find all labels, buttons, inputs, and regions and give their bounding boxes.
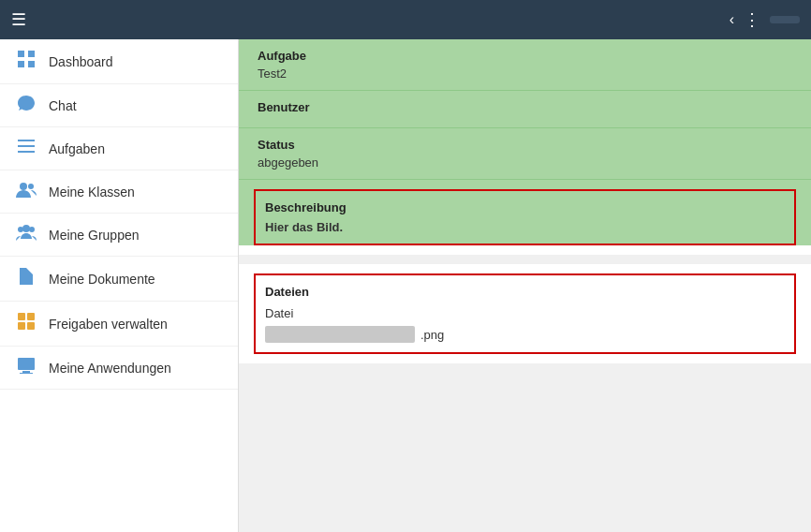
files-box: Dateien Datei .png: [254, 273, 796, 354]
status-value: abgegeben: [258, 155, 792, 170]
svg-rect-12: [18, 313, 25, 320]
svg-rect-15: [27, 322, 35, 330]
svg-rect-5: [18, 145, 35, 147]
aufgabe-row: Aufgabe Test2: [239, 39, 811, 91]
svg-point-7: [20, 183, 27, 190]
datei-label: Datei: [265, 306, 785, 320]
benutzer-row: Benutzer: [239, 91, 811, 128]
svg-rect-18: [20, 373, 33, 374]
meine-dokumente-icon: [15, 267, 37, 290]
beschreibung-label: Beschreibung: [265, 200, 785, 214]
sidebar-label-dashboard: Dashboard: [49, 54, 113, 69]
meine-anwendungen-icon: [15, 357, 37, 378]
sidebar: Dashboard Chat Aufgaben Meine Klassen Me…: [0, 39, 239, 532]
main-layout: Dashboard Chat Aufgaben Meine Klassen Me…: [0, 39, 811, 532]
meine-klassen-icon: [15, 181, 37, 202]
topbar: ☰ ‹ ⋮: [0, 0, 811, 39]
sidebar-label-meine-gruppen: Meine Gruppen: [49, 228, 140, 243]
sidebar-item-meine-anwendungen[interactable]: Meine Anwendungen: [0, 347, 238, 390]
freigaben-icon: [15, 312, 37, 335]
hamburger-icon[interactable]: ☰: [11, 9, 26, 30]
status-row: Status abgegeben: [239, 128, 811, 180]
svg-point-10: [22, 225, 30, 232]
sidebar-label-aufgaben: Aufgaben: [49, 141, 105, 156]
sidebar-item-freigaben[interactable]: Freigaben verwalten: [0, 302, 238, 347]
sidebar-item-meine-dokumente[interactable]: Meine Dokumente: [0, 257, 238, 302]
svg-rect-13: [27, 313, 35, 320]
sidebar-item-meine-gruppen[interactable]: Meine Gruppen: [0, 214, 238, 257]
svg-rect-2: [18, 61, 24, 67]
sidebar-label-meine-klassen: Meine Klassen: [49, 185, 135, 200]
svg-rect-16: [18, 358, 35, 370]
files-section: Dateien Datei .png: [239, 264, 811, 363]
svg-rect-14: [18, 322, 25, 330]
topbar-left: ☰: [11, 9, 26, 30]
svg-rect-4: [18, 140, 35, 141]
file-row: .png: [265, 326, 785, 343]
svg-rect-6: [18, 151, 35, 153]
meine-gruppen-icon: [15, 224, 37, 245]
beschreibung-box: Beschreibung Hier das Bild.: [254, 189, 796, 245]
sidebar-label-chat: Chat: [49, 98, 77, 113]
sidebar-item-chat[interactable]: Chat: [0, 84, 238, 127]
spacer: [239, 255, 811, 264]
sidebar-item-dashboard[interactable]: Dashboard: [0, 39, 238, 84]
svg-rect-1: [28, 51, 35, 57]
sidebar-label-meine-anwendungen: Meine Anwendungen: [49, 361, 171, 376]
user-box: [770, 16, 800, 23]
more-options-icon[interactable]: ⋮: [744, 9, 760, 30]
file-bar: [265, 326, 415, 343]
sidebar-label-freigaben: Freigaben verwalten: [49, 317, 168, 332]
svg-rect-17: [22, 371, 30, 373]
detail-section: Aufgabe Test2 Benutzer Status abgegeben …: [239, 39, 811, 245]
back-icon[interactable]: ‹: [730, 11, 734, 28]
benutzer-label: Benutzer: [258, 100, 792, 114]
status-label: Status: [258, 138, 792, 152]
files-section-label: Dateien: [265, 285, 785, 299]
beschreibung-value: Hier das Bild.: [265, 220, 785, 234]
svg-point-8: [28, 184, 34, 189]
dashboard-icon: [15, 50, 37, 73]
aufgaben-icon: [15, 138, 37, 159]
sidebar-item-meine-klassen[interactable]: Meine Klassen: [0, 170, 238, 214]
sidebar-item-aufgaben[interactable]: Aufgaben: [0, 127, 238, 170]
file-extension: .png: [420, 328, 444, 342]
svg-rect-3: [28, 61, 35, 67]
content-inner: Aufgabe Test2 Benutzer Status abgegeben …: [239, 39, 811, 363]
topbar-right: ‹ ⋮: [730, 9, 800, 30]
svg-point-11: [29, 227, 35, 232]
aufgabe-value: Test2: [258, 66, 792, 81]
svg-point-9: [18, 227, 23, 232]
aufgabe-label: Aufgabe: [258, 49, 792, 63]
chat-icon: [15, 95, 37, 116]
sidebar-label-meine-dokumente: Meine Dokumente: [49, 272, 155, 287]
svg-rect-0: [18, 51, 24, 57]
content-area: Aufgabe Test2 Benutzer Status abgegeben …: [239, 39, 811, 532]
